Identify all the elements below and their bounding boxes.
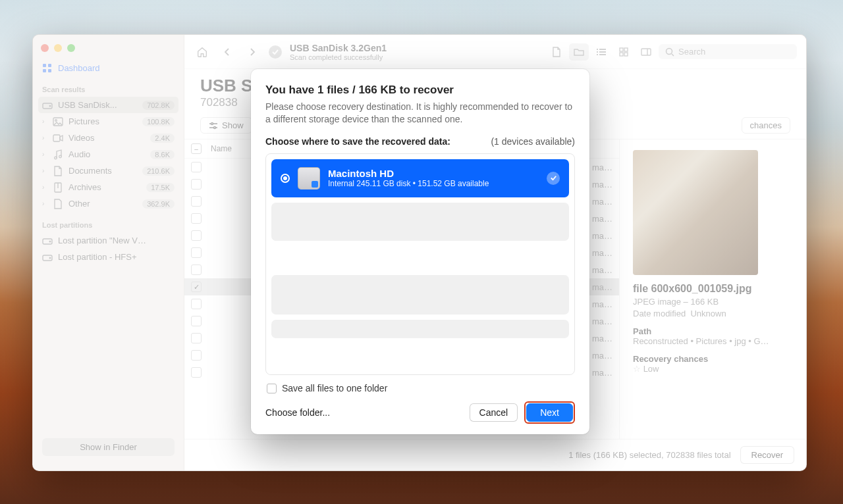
destination-placeholder [271, 203, 569, 241]
destination-placeholder [271, 275, 569, 315]
checkbox-icon [267, 384, 277, 393]
next-button[interactable]: Next [526, 403, 573, 422]
modal-choose-label: Choose where to save the recovered data: [265, 136, 450, 147]
destination-placeholder [271, 320, 569, 338]
modal-devices-count: (1 devices available) [491, 136, 575, 147]
save-all-label: Save all files to one folder [282, 383, 387, 393]
modal-actions: Choose folder... Cancel Next [265, 399, 575, 424]
destination-name: Macintosh HD [328, 168, 489, 179]
destination-detail: Internal 245.11 GB disk • 151.52 GB avai… [328, 179, 489, 188]
hard-drive-icon [298, 167, 320, 189]
destination-list: Macintosh HD Internal 245.11 GB disk • 1… [265, 153, 575, 375]
modal-description: Please choose recovery destination. It i… [265, 101, 575, 126]
recovery-destination-modal: You have 1 files / 166 KB to recover Ple… [251, 69, 589, 434]
check-icon [547, 172, 560, 185]
cancel-button[interactable]: Cancel [470, 403, 518, 422]
choose-folder-button[interactable]: Choose folder... [265, 404, 330, 421]
save-all-option[interactable]: Save all files to one folder [265, 375, 575, 399]
radio-selected-icon [281, 174, 290, 183]
next-button-highlight: Next [524, 401, 575, 424]
destination-option[interactable]: Macintosh HD Internal 245.11 GB disk • 1… [271, 159, 569, 197]
modal-title: You have 1 files / 166 KB to recover [265, 84, 575, 97]
